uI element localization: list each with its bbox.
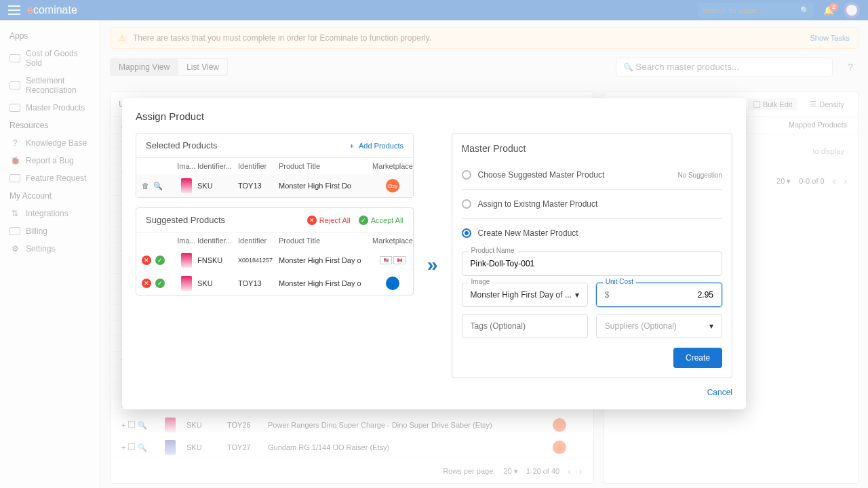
arrow-icon: » <box>427 254 438 276</box>
selected-row: 🗑🔍 SKU TOY13 Monster High First Do Etsy <box>136 174 413 197</box>
suggested-products-card: Suggested Products ✕Reject All ✓Accept A… <box>136 207 414 296</box>
reject-icon[interactable]: ✕ <box>142 279 151 288</box>
selected-products-card: Selected Products + Add Products Ima... … <box>136 133 414 198</box>
product-name-input[interactable] <box>462 251 722 276</box>
tags-input[interactable] <box>462 314 588 338</box>
modal-overlay: Assign Product Selected Products + Add P… <box>0 0 868 488</box>
accept-icon[interactable]: ✓ <box>155 279 165 288</box>
image-select[interactable]: Monster High First Day of ...▾ <box>462 283 588 307</box>
add-products-link[interactable]: + Add Products <box>349 142 403 150</box>
radio-create[interactable]: Create New Master Product <box>462 222 722 245</box>
zoom-icon[interactable]: 🔍 <box>153 182 163 190</box>
assign-product-dialog: Assign Product Selected Products + Add P… <box>122 98 746 409</box>
accept-icon[interactable]: ✓ <box>155 256 165 265</box>
delete-icon[interactable]: 🗑 <box>142 182 149 190</box>
chevron-down-icon: ▾ <box>709 321 713 331</box>
chevron-down-icon: ▾ <box>575 290 579 300</box>
etsy-chip: Etsy <box>386 179 399 192</box>
suppliers-select[interactable]: Suppliers (Optional)▾ <box>596 314 722 338</box>
reject-icon[interactable]: ✕ <box>142 256 151 265</box>
dialog-title: Assign Product <box>136 110 732 122</box>
suggested-row: ✕✓ FNSKU X001841257 Monster High First D… <box>136 249 413 272</box>
cancel-link[interactable]: Cancel <box>452 388 732 397</box>
unit-cost-input[interactable] <box>613 290 713 300</box>
suggested-row: ✕✓ SKU TOY13 Monster High First Day o <box>136 272 413 295</box>
create-button[interactable]: Create <box>673 348 722 368</box>
radio-suggested[interactable]: Choose Suggested Master Product No Sugge… <box>462 163 722 186</box>
radio-existing[interactable]: Assign to Existng Master Product <box>462 192 722 216</box>
accept-all-button[interactable]: ✓Accept All <box>359 216 403 225</box>
master-product-card: Master Product Choose Suggested Master P… <box>452 133 732 378</box>
reject-all-button[interactable]: ✕Reject All <box>307 216 351 225</box>
walmart-chip <box>386 277 399 290</box>
